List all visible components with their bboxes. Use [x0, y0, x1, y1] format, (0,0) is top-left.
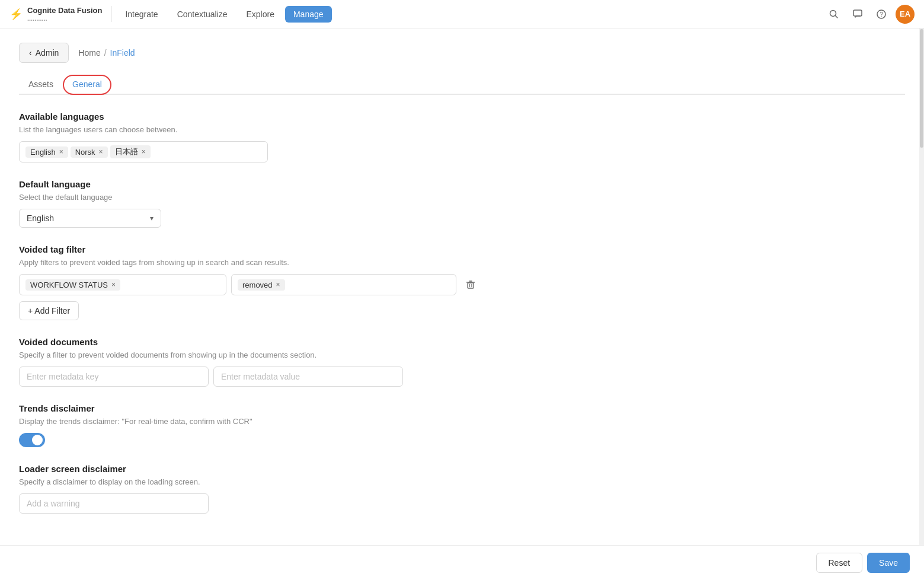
voided-documents-desc: Specify a filter to prevent voided docum… [19, 350, 905, 359]
breadcrumb-home[interactable]: Home [78, 48, 100, 58]
voided-tag-filter-desc: Apply filters to prevent voided tags fro… [19, 258, 905, 267]
language-tag-japanese: 日本語 × [110, 145, 151, 158]
loader-screen-section: Loader screen disclaimer Specify a discl… [19, 464, 905, 514]
language-tag-english: English × [25, 146, 68, 158]
filter-value-label: removed [242, 281, 273, 289]
app-logo: ⚡ Cognite Data Fusion ........... [9, 6, 112, 23]
trends-disclaimer-desc: Display the trends disclaimer: "For real… [19, 417, 905, 426]
admin-bar: ‹ Admin Home / InField [19, 43, 905, 63]
voided-documents-title: Voided documents [19, 337, 905, 347]
trends-disclaimer-toggle[interactable] [19, 433, 45, 447]
default-language-desc: Select the default language [19, 193, 905, 202]
filter-key-label: WORKFLOW STATUS [30, 281, 108, 289]
nav-right-actions: ? EA [824, 5, 915, 24]
breadcrumb: Home / InField [78, 48, 135, 58]
metadata-row [19, 367, 905, 387]
trends-disclaimer-section: Trends disclaimer Display the trends dis… [19, 403, 905, 447]
metadata-value-input[interactable] [213, 367, 403, 387]
default-language-value: English [27, 213, 54, 223]
scrollbar[interactable] [919, 28, 924, 580]
svg-rect-5 [468, 283, 474, 288]
filter-value-remove[interactable]: × [276, 281, 280, 289]
app-name: Cognite Data Fusion [27, 6, 102, 15]
filter-key-input[interactable]: WORKFLOW STATUS × [19, 274, 226, 295]
voided-tag-filter-section: Voided tag filter Apply filters to preve… [19, 244, 905, 320]
chat-icon [853, 9, 862, 19]
language-tag-english-remove[interactable]: × [59, 148, 63, 156]
logo-icon: ⚡ [9, 8, 23, 21]
breadcrumb-current[interactable]: InField [110, 48, 135, 58]
filter-key-tag: WORKFLOW STATUS × [25, 279, 120, 291]
chevron-down-icon: ▾ [150, 214, 154, 222]
voided-tag-filter-title: Voided tag filter [19, 244, 905, 254]
default-language-select[interactable]: English ▾ [19, 209, 161, 228]
add-filter-label: + Add Filter [28, 306, 70, 316]
breadcrumb-separator: / [104, 48, 107, 58]
trends-disclaimer-title: Trends disclaimer [19, 403, 905, 413]
toggle-slider [19, 433, 45, 447]
metadata-key-input[interactable] [19, 367, 209, 387]
filter-key-remove[interactable]: × [111, 281, 116, 289]
nav-explore[interactable]: Explore [238, 6, 282, 23]
admin-button-label: Admin [36, 48, 59, 58]
voided-documents-section: Voided documents Specify a filter to pre… [19, 337, 905, 387]
language-tag-english-label: English [30, 148, 56, 157]
trash-icon [466, 280, 475, 289]
delete-filter-button[interactable] [461, 275, 480, 294]
bottom-action-bar: Reset Save [0, 545, 924, 580]
nav-items: Integrate Contextualize Explore Manage [117, 6, 824, 23]
svg-rect-2 [853, 10, 862, 16]
loader-screen-input[interactable] [19, 493, 209, 514]
help-icon: ? [877, 9, 886, 19]
app-subtitle: ........... [27, 15, 102, 22]
help-icon-btn[interactable]: ? [872, 5, 891, 24]
default-language-section: Default language Select the default lang… [19, 179, 905, 228]
tab-assets[interactable]: Assets [19, 75, 63, 95]
nav-manage[interactable]: Manage [285, 6, 332, 23]
top-navigation: ⚡ Cognite Data Fusion ........... Integr… [0, 0, 924, 28]
language-tag-japanese-remove[interactable]: × [142, 148, 146, 156]
nav-contextualize[interactable]: Contextualize [169, 6, 236, 23]
language-tag-japanese-label: 日本語 [115, 146, 138, 157]
filter-value-input[interactable]: removed × [231, 274, 456, 295]
trends-disclaimer-toggle-container [19, 433, 905, 447]
add-filter-button[interactable]: + Add Filter [19, 301, 79, 320]
nav-integrate[interactable]: Integrate [117, 6, 166, 23]
scrollbar-thumb[interactable] [920, 29, 923, 148]
language-tag-input[interactable]: English × Norsk × 日本語 × [19, 141, 268, 162]
language-tag-norsk-remove[interactable]: × [99, 148, 103, 156]
tab-bar: Assets General [19, 75, 905, 95]
available-languages-desc: List the languages users can choose betw… [19, 125, 905, 134]
admin-button[interactable]: ‹ Admin [19, 43, 69, 63]
language-tag-norsk-label: Norsk [75, 148, 95, 157]
search-icon-btn[interactable] [824, 5, 843, 24]
content-area: ‹ Admin Home / InField Assets General Av… [0, 28, 924, 580]
avatar[interactable]: EA [896, 5, 915, 24]
svg-line-1 [836, 15, 838, 18]
loader-screen-desc: Specify a disclaimer to display on the l… [19, 477, 905, 486]
available-languages-section: Available languages List the languages u… [19, 111, 905, 162]
reset-button[interactable]: Reset [816, 553, 863, 573]
main-container: ‹ Admin Home / InField Assets General Av… [0, 28, 924, 580]
language-tag-norsk: Norsk × [71, 146, 108, 158]
chat-icon-btn[interactable] [848, 5, 867, 24]
tab-general[interactable]: General [63, 75, 111, 95]
save-button[interactable]: Save [867, 553, 910, 573]
filter-value-tag: removed × [238, 279, 285, 291]
loader-screen-title: Loader screen disclaimer [19, 464, 905, 474]
filter-row: WORKFLOW STATUS × removed × [19, 274, 905, 295]
svg-text:?: ? [880, 11, 884, 18]
default-language-select-container: English ▾ [19, 209, 161, 228]
default-language-title: Default language [19, 179, 905, 189]
search-icon [829, 9, 839, 19]
back-arrow-icon: ‹ [29, 48, 32, 58]
available-languages-title: Available languages [19, 111, 905, 122]
